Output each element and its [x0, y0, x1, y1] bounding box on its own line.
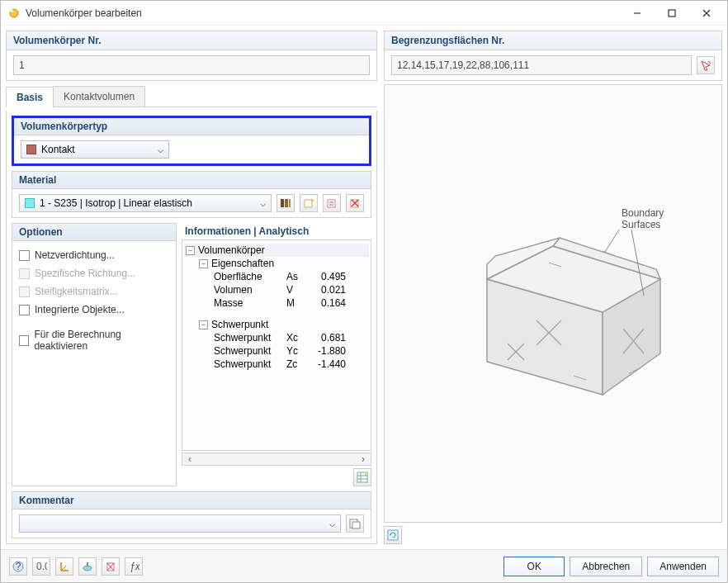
checkbox-icon[interactable] [19, 335, 29, 346]
scroll-right-icon[interactable]: › [357, 453, 369, 465]
preview-image: Boundary Surfaces [384, 84, 722, 523]
right-column: Begrenzungsflächen Nr. [384, 31, 722, 544]
tree-centroid-x: SchwerpunktXc0.681 [184, 331, 369, 344]
app-icon [7, 7, 21, 20]
material-new-button[interactable] [300, 194, 318, 212]
svg-rect-9 [305, 200, 312, 207]
tree-properties[interactable]: −Eigenschaften [184, 257, 369, 270]
checkbox-icon [19, 268, 30, 279]
function-button[interactable]: ƒx [125, 557, 143, 576]
svg-rect-11 [328, 200, 335, 207]
boundary-surfaces-input[interactable] [391, 55, 692, 75]
comment-pick-button[interactable] [346, 514, 364, 533]
material-swatch-icon [25, 198, 35, 208]
svg-text:Boundary: Boundary [622, 207, 664, 219]
solid-preview-icon: Boundary Surfaces [413, 188, 693, 419]
material-value: 1 - S235 | Isotrop | Linear elastisch [40, 197, 192, 209]
tree-volume: VolumenV0.021 [184, 283, 369, 296]
svg-rect-6 [281, 199, 284, 207]
comment-dropdown[interactable]: ⌵ [19, 514, 341, 533]
option-deactivate-calc[interactable]: Für die Berechnung deaktivieren [19, 325, 169, 355]
material-dropdown[interactable]: 1 - S235 | Isotrop | Linear elastisch ⌵ [19, 194, 272, 212]
close-button[interactable] [689, 2, 724, 25]
svg-rect-17 [357, 472, 367, 482]
checkbox-icon[interactable] [19, 305, 30, 315]
tree-mass: MasseM0.164 [184, 296, 369, 310]
option-specific-direction: Spezifische Richtung... [19, 264, 169, 282]
svg-rect-8 [289, 199, 291, 207]
svg-rect-23 [352, 522, 360, 528]
solid-number-input[interactable] [13, 55, 370, 75]
checkbox-icon[interactable] [19, 250, 30, 261]
info-tree[interactable]: −Volumenkörper −Eigenschaften Oberfläche… [182, 239, 371, 451]
content-area: Volumenkörper Nr. Basis Kontaktvolumen V… [1, 26, 727, 549]
material-edit-button[interactable] [323, 194, 341, 212]
checkbox-icon [19, 287, 30, 297]
tree-centroid[interactable]: −Schwerpunkt [184, 318, 369, 331]
solid-type-swatch-icon [26, 145, 36, 154]
units-button[interactable]: 0.00 [32, 557, 50, 576]
left-column: Volumenkörper Nr. Basis Kontaktvolumen V… [6, 31, 377, 544]
material-library-button[interactable] [277, 194, 295, 212]
svg-rect-7 [285, 199, 288, 207]
delete-toolbar-button[interactable] [102, 557, 120, 576]
boundary-surfaces-group: Begrenzungsflächen Nr. [384, 31, 722, 81]
svg-marker-10 [311, 198, 314, 201]
help-button[interactable]: ? [9, 557, 27, 576]
solid-type-label: Volumenkörpertyp [14, 118, 369, 135]
svg-rect-3 [669, 10, 675, 17]
comment-label: Kommentar [12, 492, 371, 510]
tab-basis[interactable]: Basis [6, 87, 54, 107]
chevron-down-icon: ⌵ [260, 197, 266, 209]
info-group: Informationen | Analytisch −Volumenkörpe… [182, 223, 371, 486]
render-button[interactable] [78, 557, 97, 576]
svg-rect-46 [388, 530, 398, 540]
svg-rect-55 [87, 562, 88, 566]
window-title: Volumenkörper bearbeiten [26, 7, 620, 19]
tree-root[interactable]: −Volumenkörper [184, 244, 369, 257]
svg-marker-24 [702, 61, 710, 70]
pick-surfaces-button[interactable] [697, 56, 715, 74]
svg-line-25 [708, 61, 711, 64]
ok-button[interactable]: OK [503, 557, 565, 576]
svg-line-42 [605, 230, 619, 252]
svg-line-53 [61, 566, 66, 571]
preview-refresh-button[interactable] [384, 526, 402, 544]
cancel-button[interactable]: Abbrechen [570, 557, 642, 576]
options-info-split: Optionen Netzverdichtung... Spezifische … [12, 223, 371, 486]
option-mesh-refinement[interactable]: Netzverdichtung... [19, 246, 169, 264]
minimize-button[interactable] [620, 2, 655, 25]
svg-text:Surfaces: Surfaces [622, 219, 660, 230]
svg-text:ƒx: ƒx [130, 561, 139, 572]
chevron-down-icon: ⌵ [329, 518, 335, 529]
coord-button[interactable] [55, 557, 73, 576]
svg-text:0.00: 0.00 [36, 561, 47, 572]
collapse-icon[interactable]: − [186, 246, 195, 255]
info-table-button[interactable] [353, 468, 371, 486]
boundary-surfaces-label: Begrenzungsflächen Nr. [385, 31, 721, 50]
option-integrated-objects[interactable]: Integrierte Objekte... [19, 301, 169, 319]
solid-type-group: Volumenkörpertyp Kontakt ⌵ [12, 116, 371, 166]
options-label: Optionen [12, 224, 176, 241]
tree-centroid-z: SchwerpunktZc-1.440 [184, 358, 369, 371]
solid-type-dropdown[interactable]: Kontakt ⌵ [21, 140, 169, 159]
tree-surface-area: OberflächeAs0.495 [184, 270, 369, 283]
material-delete-button[interactable] [346, 194, 364, 212]
scroll-left-icon[interactable]: ‹ [184, 453, 196, 465]
apply-button[interactable]: Anwenden [647, 557, 719, 576]
solid-number-group: Volumenkörper Nr. [6, 31, 377, 81]
basis-panel: Volumenkörpertyp Kontakt ⌵ Material [6, 111, 377, 544]
collapse-icon[interactable]: − [199, 320, 208, 329]
tab-contact-volume[interactable]: Kontaktvolumen [53, 86, 145, 107]
option-stiffness-matrix: Steifigkeitsmatrix... [19, 282, 169, 301]
info-label: Informationen | Analytisch [182, 223, 371, 239]
collapse-icon[interactable]: − [199, 259, 208, 268]
footer: ? 0.00 ƒx OK Abbrechen Anwenden [1, 549, 727, 582]
solid-number-label: Volumenkörper Nr. [7, 31, 376, 50]
maximize-button[interactable] [655, 2, 689, 25]
titlebar: Volumenkörper bearbeiten [1, 1, 727, 26]
tabstrip: Basis Kontaktvolumen [6, 86, 377, 107]
options-group: Optionen Netzverdichtung... Spezifische … [12, 223, 177, 486]
info-horizontal-scrollbar[interactable]: ‹ › [182, 453, 371, 466]
comment-group: Kommentar ⌵ [12, 491, 371, 538]
